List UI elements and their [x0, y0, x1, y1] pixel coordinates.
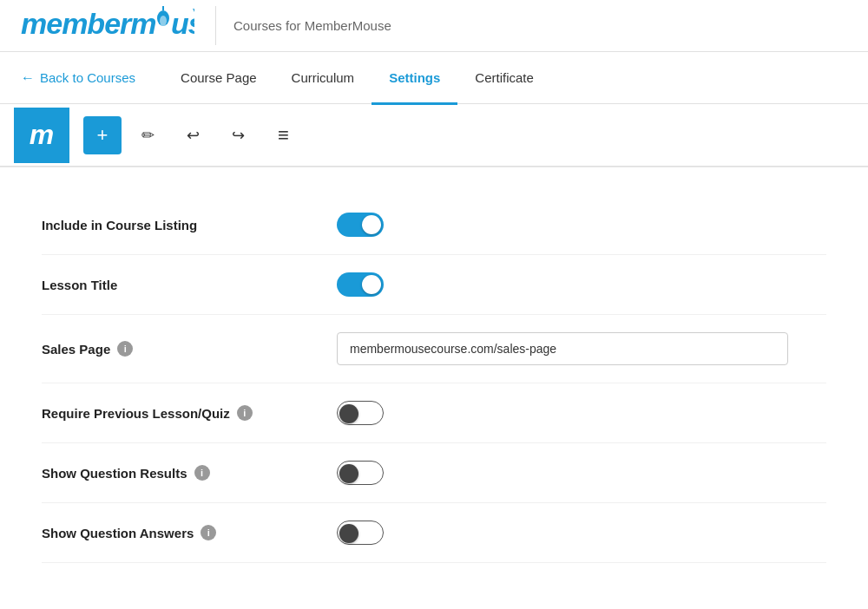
redo-icon: ↪ [232, 126, 245, 145]
toggle-track-off-dark [337, 401, 384, 425]
sales-page-label: Sales Page i [42, 341, 337, 357]
toggle-thumb-3 [339, 404, 358, 423]
membermouse-logo-svg: memberm use ™ [21, 6, 194, 39]
pencil-icon: ✏ [141, 126, 155, 145]
app-header: memberm use ™ Courses for MemberMouse [0, 0, 868, 52]
show-question-answers-label: Show Question Answers i [42, 525, 337, 540]
setting-row-sales-page: Sales Page i [42, 315, 826, 383]
lesson-title-label: Lesson Title [42, 278, 337, 292]
back-nav-bar: ← Back to Courses Course Page Curriculum… [0, 52, 868, 104]
toggle-thumb-2 [362, 275, 381, 294]
list-icon: ≡ [278, 124, 288, 147]
sales-page-input[interactable] [337, 332, 788, 365]
redo-button[interactable]: ↪ [219, 116, 257, 154]
undo-icon: ↩ [187, 126, 200, 145]
toggle-thumb-5 [339, 524, 358, 543]
show-question-results-toggle[interactable] [337, 461, 384, 485]
svg-text:™: ™ [192, 7, 194, 16]
setting-row-require-previous: Require Previous Lesson/Quiz i [42, 383, 826, 443]
back-to-courses-link[interactable]: ← Back to Courses [21, 70, 135, 86]
require-previous-toggle[interactable] [337, 401, 384, 425]
svg-text:memberm: memberm [21, 7, 156, 39]
tab-course-page[interactable]: Course Page [163, 53, 274, 105]
toolbar-logo-box: m [14, 108, 69, 163]
include-course-listing-label: Include in Course Listing [42, 218, 337, 232]
lesson-title-toggle[interactable] [337, 272, 384, 297]
setting-row-show-question-results: Show Question Results i [42, 443, 826, 503]
toggle-track-on-2 [337, 272, 384, 297]
editor-toolbar: m + ✏ ↩ ↪ ≡ [0, 104, 868, 167]
require-previous-info-icon[interactable]: i [237, 405, 253, 421]
require-previous-label: Require Previous Lesson/Quiz i [42, 405, 337, 421]
show-question-results-info-icon[interactable]: i [194, 465, 210, 481]
back-to-courses-label: Back to Courses [40, 70, 135, 85]
setting-row-show-question-answers: Show Question Answers i [42, 503, 826, 563]
toggle-track-on [337, 213, 384, 237]
toggle-thumb [362, 215, 381, 234]
svg-point-2 [160, 16, 167, 26]
undo-button[interactable]: ↩ [174, 116, 212, 154]
show-question-answers-toggle[interactable] [337, 521, 384, 545]
setting-row-include-course-listing: Include in Course Listing [42, 195, 826, 255]
tab-bar: Course Page Curriculum Settings Certific… [163, 52, 551, 104]
back-arrow-icon: ← [21, 70, 35, 86]
logo-area: memberm use ™ [21, 6, 216, 45]
app-logo: memberm use ™ [21, 6, 194, 45]
tab-settings[interactable]: Settings [372, 53, 457, 105]
header-subtitle: Courses for MemberMouse [233, 18, 391, 33]
include-course-listing-toggle[interactable] [337, 213, 384, 237]
svg-text:use: use [171, 7, 194, 39]
show-question-answers-info-icon[interactable]: i [201, 525, 216, 540]
add-icon: + [97, 124, 108, 147]
toolbar-logo-letter: m [30, 119, 54, 151]
pencil-button[interactable]: ✏ [128, 116, 167, 154]
sales-page-info-icon[interactable]: i [117, 341, 133, 357]
toggle-track-off-dark-2 [337, 461, 384, 485]
setting-row-lesson-title: Lesson Title [42, 255, 826, 315]
tab-certificate[interactable]: Certificate [457, 53, 551, 105]
add-button[interactable]: + [83, 116, 122, 154]
show-question-results-label: Show Question Results i [42, 465, 337, 481]
tab-curriculum[interactable]: Curriculum [274, 53, 372, 105]
toggle-thumb-4 [339, 464, 358, 483]
list-button[interactable]: ≡ [264, 116, 302, 154]
settings-panel: Include in Course Listing Lesson Title S… [0, 167, 868, 591]
toggle-track-off-dark-3 [337, 521, 384, 545]
